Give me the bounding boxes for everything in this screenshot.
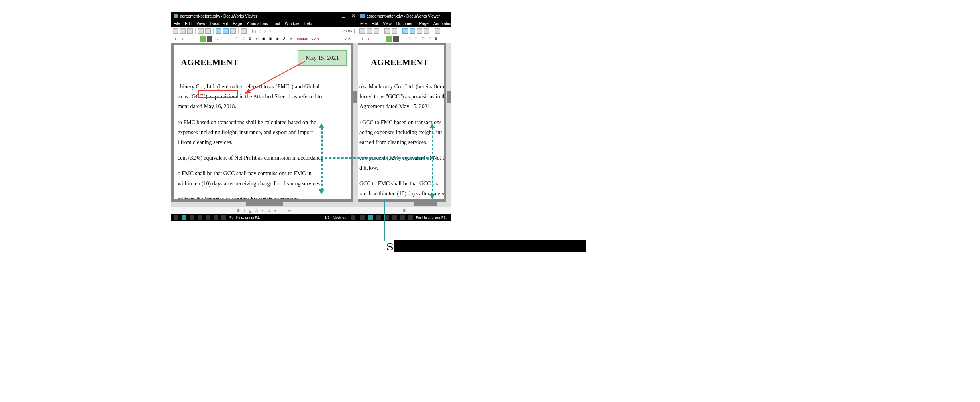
- menu-edit[interactable]: Edit: [185, 21, 192, 26]
- mail-icon[interactable]: [187, 28, 193, 34]
- more4-button[interactable]: —: [280, 209, 285, 213]
- menu-page[interactable]: Page: [233, 21, 242, 26]
- close-button[interactable]: ✕: [351, 13, 355, 19]
- first-page-icon[interactable]: |◁: [252, 29, 256, 33]
- urgent-stamp[interactable]: URGENT: [296, 37, 310, 40]
- menu-annotations[interactable]: Annotations: [247, 21, 268, 26]
- italic-button[interactable]: I: [243, 209, 246, 213]
- sb-icon-6[interactable]: [214, 215, 218, 220]
- stamp1-icon[interactable]: 🗎: [247, 36, 253, 42]
- bold-button[interactable]: B: [237, 209, 241, 213]
- menu-edit[interactable]: Edit: [371, 21, 378, 26]
- stamp-4[interactable]: ———: [332, 37, 342, 40]
- menu-annotations[interactable]: Annotations: [433, 21, 451, 26]
- rect-tool-icon[interactable]: [200, 36, 206, 42]
- shape3-icon[interactable]: ⬚: [414, 36, 419, 42]
- sb-icon-7[interactable]: [221, 215, 226, 220]
- prev-page-icon[interactable]: ◁: [257, 29, 261, 33]
- copy-icon[interactable]: [392, 28, 397, 34]
- select-icon[interactable]: [230, 28, 236, 34]
- save-icon[interactable]: [173, 28, 178, 34]
- pointer-icon[interactable]: [216, 28, 221, 34]
- minimize-button[interactable]: —: [331, 13, 336, 19]
- pointer-icon[interactable]: [402, 28, 408, 34]
- sb-icon-3[interactable]: [376, 215, 381, 220]
- line2-tool-icon[interactable]: —: [380, 36, 385, 42]
- horizontal-scrollbar[interactable]: [358, 202, 451, 207]
- line-tool-icon[interactable]: —: [373, 36, 378, 42]
- sb-icon-5[interactable]: [206, 215, 210, 220]
- fill-tool-icon[interactable]: [207, 36, 212, 42]
- hscroll-thumb[interactable]: [246, 202, 283, 206]
- menu-document[interactable]: Document: [396, 21, 415, 26]
- line2-tool-icon[interactable]: —: [193, 36, 199, 42]
- draft-stamp[interactable]: DRAFT: [343, 37, 355, 40]
- horizontal-scrollbar[interactable]: [171, 202, 358, 207]
- stamp5-icon[interactable]: ◉: [274, 36, 280, 42]
- menu-window[interactable]: Window: [285, 21, 299, 26]
- rect-tool-icon[interactable]: [386, 36, 392, 42]
- page-icon[interactable]: [198, 28, 204, 34]
- scrollbar-thumb[interactable]: [447, 91, 451, 103]
- sticky-note-annotation[interactable]: May 15, 2021: [298, 50, 347, 66]
- menu-view[interactable]: View: [383, 21, 392, 26]
- sb-icon-4[interactable]: [198, 215, 202, 220]
- more3-button[interactable]: ▾: [274, 209, 277, 213]
- shape2-icon[interactable]: ⬚: [220, 36, 226, 42]
- more2-button[interactable]: ◢: [267, 209, 271, 213]
- text-red-tool-icon[interactable]: T: [366, 36, 372, 42]
- shape1-icon[interactable]: ◡: [400, 36, 406, 42]
- sb-icon-2[interactable]: [368, 215, 373, 220]
- sb-icon-5[interactable]: [392, 215, 397, 220]
- zoom-icon[interactable]: [241, 28, 247, 34]
- stamp4-icon[interactable]: ▣: [268, 36, 273, 42]
- stamp3-icon[interactable]: ▣: [261, 36, 267, 42]
- shape1-icon[interactable]: ◡: [214, 36, 219, 42]
- sb-icon-1[interactable]: [360, 215, 365, 220]
- sb-icon-6[interactable]: [400, 215, 405, 220]
- print-icon[interactable]: [180, 28, 186, 34]
- line-tool-icon[interactable]: —: [186, 36, 192, 42]
- vertical-scrollbar[interactable]: [353, 43, 358, 202]
- text-tool-icon[interactable]: T: [173, 36, 178, 42]
- scrollbar-thumb[interactable]: [353, 91, 357, 103]
- zoom-icon[interactable]: [435, 28, 440, 34]
- more1-button[interactable]: ▾: [261, 209, 265, 213]
- document-page[interactable]: AGREEMENT chinery Co., Ltd. (hereinafter…: [174, 45, 351, 199]
- stamp-3[interactable]: ———: [321, 37, 331, 40]
- fill-tool-icon[interactable]: [393, 36, 399, 42]
- page-icon[interactable]: [384, 28, 390, 34]
- menu-view[interactable]: View: [196, 21, 205, 26]
- sb-icon-2[interactable]: [182, 215, 186, 220]
- maximize-button[interactable]: ☐: [341, 13, 346, 19]
- sb-icon-1[interactable]: [174, 215, 178, 220]
- font-color-button[interactable]: A: [255, 209, 259, 213]
- document-page[interactable]: AGREEMENT oka Machinery Co., Ltd. (herei…: [358, 45, 444, 199]
- zoom-combo[interactable]: 200%: [340, 29, 355, 33]
- text-tool-icon[interactable]: T: [359, 36, 365, 42]
- menu-help[interactable]: Help: [304, 21, 312, 26]
- hand-icon[interactable]: [410, 28, 415, 34]
- bold-button[interactable]: B: [402, 209, 407, 213]
- last-page-icon[interactable]: ▷|: [269, 29, 272, 33]
- menu-file[interactable]: File: [360, 21, 367, 26]
- shape2-icon[interactable]: ⬚: [407, 36, 412, 42]
- hand-icon[interactable]: [223, 28, 229, 34]
- resize-grip-icon[interactable]: [351, 215, 355, 220]
- print-icon[interactable]: [367, 28, 372, 34]
- titlebar[interactable]: agreement-after.xdw - DocuWorks Viewer: [358, 12, 451, 20]
- heart2-icon[interactable]: ♡: [427, 36, 433, 42]
- save-icon[interactable]: [359, 28, 365, 34]
- more5-button[interactable]: ▭: [287, 209, 292, 213]
- copy-icon[interactable]: [205, 28, 211, 34]
- clip-icon[interactable]: 🖇: [281, 36, 287, 42]
- vertical-scrollbar[interactable]: [446, 43, 451, 202]
- menu-file[interactable]: File: [174, 21, 180, 26]
- mail-icon[interactable]: [374, 28, 379, 34]
- heart-icon[interactable]: ♡: [420, 36, 426, 42]
- shape3-icon[interactable]: ⬚: [227, 36, 233, 42]
- copy-stamp[interactable]: COPY: [311, 37, 320, 40]
- menu-page[interactable]: Page: [419, 21, 428, 26]
- text-red-tool-icon[interactable]: T: [180, 36, 185, 42]
- stamp2-icon[interactable]: ◎: [254, 36, 260, 42]
